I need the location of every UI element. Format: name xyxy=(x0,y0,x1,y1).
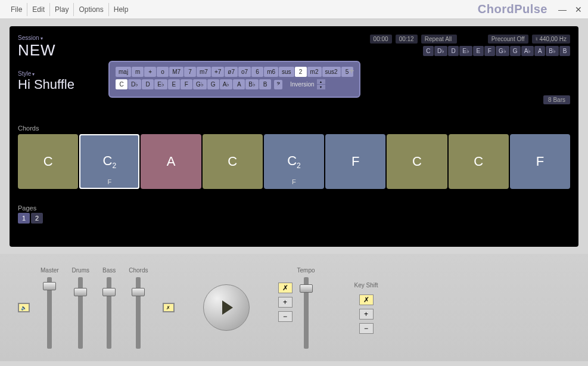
quality-btn-maj[interactable]: maj xyxy=(116,67,131,77)
key-btn-A[interactable]: A xyxy=(534,46,545,56)
key-btn-A♭[interactable]: A♭ xyxy=(521,46,534,56)
menu-file[interactable]: File xyxy=(6,3,27,16)
chord-slot-2[interactable]: A xyxy=(141,134,201,189)
session-name: NEW xyxy=(18,41,56,60)
page-btn-2[interactable]: 2 xyxy=(31,213,43,224)
brand-title: ChordPulse xyxy=(478,2,547,16)
close-icon[interactable]: ✕ xyxy=(575,5,582,14)
menu-help[interactable]: Help xyxy=(109,3,133,16)
quality-btn-M7[interactable]: M7 xyxy=(169,67,183,77)
root-btn-G♭[interactable]: G♭ xyxy=(193,79,207,89)
precount-toggle[interactable]: Precount Off xyxy=(488,35,528,44)
root-btn-D♭[interactable]: D♭ xyxy=(128,79,141,89)
keyshift-plus-button[interactable]: + xyxy=(359,309,374,320)
play-button[interactable] xyxy=(203,284,250,331)
chord-slot-0[interactable]: C xyxy=(18,134,78,189)
key-btn-B[interactable]: B xyxy=(559,46,570,56)
inversion-label: Inversion xyxy=(290,81,315,88)
chord-track: CC2FACC2FFCCF xyxy=(18,134,570,189)
quality-btn-o[interactable]: o xyxy=(157,67,169,77)
chord-slot-4[interactable]: C2F xyxy=(264,134,324,189)
quality-btn-7[interactable]: 7 xyxy=(184,67,196,77)
play-icon xyxy=(222,300,233,315)
window-controls: — ✕ xyxy=(558,5,582,14)
chord-slot-1[interactable]: C2F xyxy=(79,134,139,189)
root-btn-E[interactable]: E xyxy=(168,79,180,89)
workspace: Session NEW 00:00 00:12 Repeat All Preco… xyxy=(10,26,578,247)
root-btn-G[interactable]: G xyxy=(207,79,219,89)
root-btn-B♭[interactable]: B♭ xyxy=(245,79,259,89)
minimize-icon[interactable]: — xyxy=(558,5,567,14)
key-palette: CD♭DE♭EFG♭GA♭AB♭B xyxy=(423,46,570,56)
root-btn-B[interactable]: B xyxy=(259,79,271,89)
quality-btn-sus2[interactable]: sus2 xyxy=(322,67,341,77)
bars-badge[interactable]: 8 Bars xyxy=(543,95,570,104)
fader-drums: Drums xyxy=(72,267,89,349)
fader-chords-cap[interactable] xyxy=(132,288,145,296)
inversion-up[interactable]: ▴ xyxy=(317,79,325,84)
keyshift-reset-button[interactable]: ✗ xyxy=(359,294,374,305)
root-btn-D[interactable]: D xyxy=(142,79,154,89)
fader-tempo-label: Tempo xyxy=(297,267,315,274)
menu-options[interactable]: Options xyxy=(74,3,108,16)
session-dropdown[interactable]: Session xyxy=(18,35,56,41)
quality-btn-+7[interactable]: +7 xyxy=(211,67,224,77)
quality-btn-m6[interactable]: m6 xyxy=(264,67,278,77)
key-btn-G♭[interactable]: G♭ xyxy=(496,46,509,56)
fader-bass-label: Bass xyxy=(102,267,116,274)
quality-btn-m2[interactable]: m2 xyxy=(307,67,322,77)
picker-add-icon[interactable]: + xyxy=(349,66,354,76)
chord-slot-3[interactable]: C xyxy=(203,134,263,189)
quality-btn-o7[interactable]: o7 xyxy=(238,67,251,77)
chord-slot-6[interactable]: C xyxy=(387,134,447,189)
quality-btn-ø7[interactable]: ø7 xyxy=(225,67,238,77)
master-mute-button[interactable]: 🔈 xyxy=(18,303,30,312)
quality-btn-m[interactable]: m xyxy=(132,67,144,77)
menu-play[interactable]: Play xyxy=(50,3,74,16)
page-btn-1[interactable]: 1 xyxy=(18,213,30,224)
pages-label: Pages xyxy=(18,204,570,212)
root-btn-A[interactable]: A xyxy=(233,79,245,89)
key-btn-B♭[interactable]: B♭ xyxy=(546,46,559,56)
quality-btn-2[interactable]: 2 xyxy=(295,67,307,77)
fader-group: Master Drums Bass Chords xyxy=(41,267,148,349)
quality-btn-sus[interactable]: sus xyxy=(279,67,294,77)
chord-slot-8[interactable]: F xyxy=(510,134,570,189)
chord-slot-5[interactable]: F xyxy=(325,134,385,189)
quality-btn-m7[interactable]: m7 xyxy=(197,67,211,77)
key-btn-E♭[interactable]: E♭ xyxy=(459,46,472,56)
keyshift-minus-button[interactable]: − xyxy=(359,323,374,334)
clef-button[interactable]: 𝄢 xyxy=(274,80,282,89)
fader-master-cap[interactable] xyxy=(43,282,56,290)
inversion-down[interactable]: ▾ xyxy=(317,85,325,89)
mixer-reset-button[interactable]: ✗ xyxy=(163,303,175,312)
root-btn-A♭[interactable]: A♭ xyxy=(220,79,233,89)
tempo-minus-button[interactable]: − xyxy=(278,311,293,322)
quality-btn-6[interactable]: 6 xyxy=(251,67,263,77)
quality-btn-+[interactable]: + xyxy=(144,67,156,77)
fader-bass-cap[interactable] xyxy=(102,288,116,296)
repeat-mode[interactable]: Repeat All xyxy=(421,35,457,44)
key-btn-C[interactable]: C xyxy=(423,46,434,56)
fader-drums-label: Drums xyxy=(72,267,89,274)
key-btn-D♭[interactable]: D♭ xyxy=(434,46,447,56)
root-btn-F[interactable]: F xyxy=(181,79,192,89)
menu-edit[interactable]: Edit xyxy=(27,3,50,16)
fader-tempo-cap[interactable] xyxy=(300,284,313,293)
root-btn-E♭[interactable]: E♭ xyxy=(154,79,167,89)
tuning-display[interactable]: ♮ 440,00 Hz xyxy=(532,35,570,44)
key-btn-F[interactable]: F xyxy=(484,46,495,56)
fader-tempo: Tempo xyxy=(297,267,315,349)
page-buttons: 12 xyxy=(18,213,570,224)
fader-drums-cap[interactable] xyxy=(74,288,87,296)
keyshift-block: Key Shift ✗ + − xyxy=(354,282,378,334)
root-btn-C[interactable]: C xyxy=(116,79,127,89)
tempo-plus-button[interactable]: + xyxy=(278,297,293,308)
key-btn-G[interactable]: G xyxy=(510,46,521,56)
key-btn-E[interactable]: E xyxy=(473,46,484,56)
chord-slot-7[interactable]: C xyxy=(449,134,509,189)
time-current: 00:00 xyxy=(370,35,392,44)
fader-master: Master xyxy=(41,267,59,349)
key-btn-D[interactable]: D xyxy=(448,46,459,56)
tempo-reset-button[interactable]: ✗ xyxy=(278,283,293,293)
